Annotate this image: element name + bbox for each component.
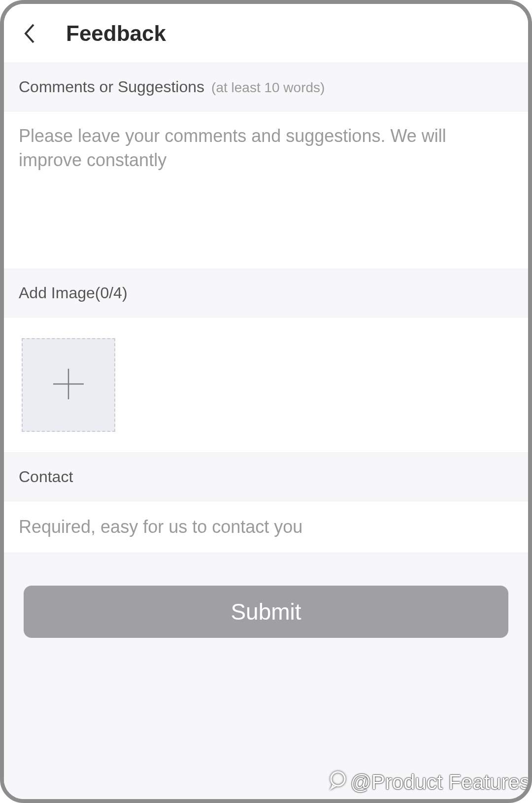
contact-input[interactable] — [19, 516, 513, 538]
images-panel — [4, 317, 528, 453]
device-frame: Feedback Comments or Suggestions (at lea… — [0, 0, 532, 803]
back-icon[interactable] — [18, 22, 41, 45]
submit-section: Submit @Product Features — [4, 553, 528, 799]
watermark-text: @Product Features — [350, 770, 530, 794]
comments-hint: (at least 10 words) — [211, 80, 325, 96]
comments-section-header: Comments or Suggestions (at least 10 wor… — [4, 63, 528, 111]
app-container: Feedback Comments or Suggestions (at lea… — [4, 4, 528, 799]
add-image-button[interactable] — [22, 338, 115, 432]
watermark: @Product Features — [328, 769, 530, 795]
contact-section-header: Contact — [4, 453, 528, 501]
contact-panel — [4, 501, 528, 553]
page-title: Feedback — [66, 21, 166, 46]
comments-panel — [4, 111, 528, 269]
images-section-header: Add Image(0/4) — [4, 269, 528, 317]
plus-icon — [51, 367, 86, 403]
add-image-label: Add Image(0/4) — [19, 284, 128, 302]
contact-label: Contact — [19, 468, 73, 486]
svg-point-2 — [331, 772, 345, 786]
chat-icon — [328, 769, 348, 795]
submit-button[interactable]: Submit — [24, 586, 508, 638]
comments-input[interactable] — [19, 124, 513, 256]
header-bar: Feedback — [4, 4, 528, 63]
comments-label: Comments or Suggestions — [19, 78, 204, 96]
